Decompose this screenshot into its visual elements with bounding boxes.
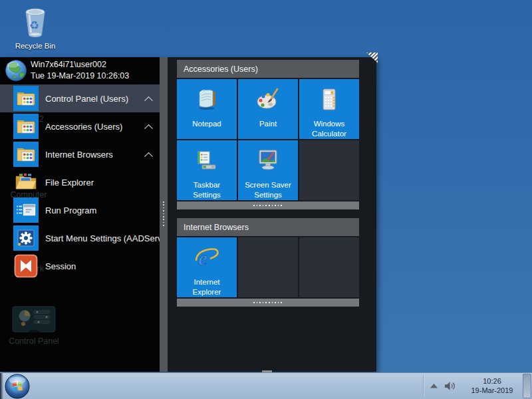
volume-icon[interactable] — [444, 381, 457, 391]
menu-item-run-program[interactable]: Run Program — [0, 196, 160, 224]
menu-item-label: Accessories (Users) — [45, 122, 146, 132]
recycle-bin-glyph: ♻ — [20, 4, 51, 41]
group-title: Accessories (Users) — [177, 60, 359, 78]
tile-label: Paint — [240, 119, 296, 129]
menu-item-start-menu-settings[interactable]: Start Menu Settings (AADServer) — [0, 224, 160, 252]
taskbar-settings-icon — [194, 148, 220, 177]
logged-in-user: Win7x64i71\user002 — [31, 60, 106, 69]
taskbar: 10:26 19-Mar-2019 — [0, 372, 532, 399]
tile-paint[interactable]: Paint — [238, 79, 298, 139]
group-title: Internet Browsers — [177, 218, 359, 236]
tile-panel: Accessories (Users) Notepad — [168, 57, 376, 372]
tile-empty-slot — [299, 237, 359, 297]
folder-apps-icon — [13, 86, 39, 111]
menu-item-label: Internet Browsers — [45, 150, 146, 160]
file-explorer-icon — [13, 170, 39, 195]
start-menu-panel: user002 Computer Network — [0, 57, 376, 372]
menu-item-file-explorer[interactable]: File Explorer — [0, 168, 160, 196]
menu-item-internet-browsers[interactable]: Internet Browsers — [0, 140, 160, 168]
desktop: ♻ Recycle Bin user002 Computer Network — [0, 0, 532, 399]
taskbar-left-shadow — [0, 373, 3, 399]
tile-windows-calculator[interactable]: Windows Calculator — [299, 79, 359, 139]
menu-item-session[interactable]: Session — [0, 252, 160, 280]
group-expand-handle[interactable] — [177, 299, 359, 307]
svg-text:♻: ♻ — [29, 19, 39, 32]
menu-item-label: Control Panel (Users) — [45, 94, 146, 104]
ghost-control-panel-label: Control Panel — [9, 336, 59, 346]
chevron-up-icon[interactable] — [144, 124, 153, 132]
paint-icon — [255, 86, 281, 116]
folder-apps-icon — [13, 142, 39, 167]
menu-item-label: File Explorer — [45, 178, 152, 188]
clock-date: 19-Mar-2019 — [464, 386, 521, 396]
tile-label: Internet Explorer — [179, 277, 235, 297]
tile-label: Screen Saver Settings — [240, 180, 296, 200]
tile-notepad[interactable]: Notepad — [177, 79, 237, 139]
start-menu-left: user002 Computer Network — [0, 57, 160, 372]
menu-item-accessories-users[interactable]: Accessories (Users) — [0, 112, 160, 140]
run-program-icon — [13, 198, 39, 223]
tile-internet-explorer[interactable]: e Internet Explorer — [177, 237, 237, 297]
taskbar-clock[interactable]: 10:26 19-Mar-2019 — [464, 377, 521, 395]
group-expand-handle[interactable] — [177, 201, 359, 209]
tile-empty-slot — [238, 237, 298, 297]
tile-label: Taskbar Settings — [179, 180, 235, 200]
menu-item-label: Session — [45, 261, 152, 271]
tile-label: Windows Calculator — [301, 119, 357, 139]
tile-grid: Notepad — [177, 79, 359, 200]
folder-apps-icon — [13, 114, 39, 139]
tile-grid: e Internet Explorer — [177, 237, 359, 297]
recycle-bin-label: Recycle Bin — [15, 42, 56, 50]
clock-time: 10:26 — [464, 377, 521, 386]
splitter-dots — [163, 201, 164, 228]
tray-separator — [423, 375, 424, 398]
internet-explorer-icon: e — [194, 245, 220, 274]
show-desktop-button[interactable] — [523, 374, 531, 398]
settings-gear-icon — [13, 225, 39, 251]
notepad-icon — [194, 86, 220, 116]
screen-saver-icon — [255, 148, 281, 177]
start-button[interactable] — [5, 374, 30, 399]
chevron-up-icon[interactable] — [144, 152, 153, 160]
tile-screen-saver-settings[interactable]: Screen Saver Settings — [238, 140, 298, 200]
tile-group-accessories: Accessories (Users) Notepad — [177, 60, 359, 209]
tile-label: Notepad — [179, 119, 235, 129]
chevron-up-icon[interactable] — [144, 96, 153, 104]
start-menu-header: Win7x64i71\user002 Tue 19-Mar-2019 10:26… — [0, 57, 160, 84]
menu-splitter-handle[interactable] — [160, 57, 168, 372]
tile-empty-slot — [299, 140, 359, 200]
menu-item-label: Run Program — [45, 205, 152, 215]
tile-taskbar-settings[interactable]: Taskbar Settings — [177, 140, 237, 200]
handle-dots — [253, 302, 283, 303]
menu-datetime: Tue 19-Mar-2019 10:26:03 — [31, 71, 129, 80]
handle-dots — [253, 205, 283, 206]
show-hidden-icons-button[interactable] — [430, 384, 438, 388]
system-tray: 10:26 19-Mar-2019 — [423, 373, 521, 399]
calculator-icon — [316, 86, 342, 116]
ghost-control-panel-icon: Control Panel — [5, 306, 63, 346]
start-menu-items: Control Panel (Users) — [0, 84, 160, 280]
recycle-bin-icon[interactable]: ♻ Recycle Bin — [7, 4, 64, 50]
session-icon — [13, 253, 39, 279]
tile-group-internet-browsers: Internet Browsers e Internet Explorer — [177, 218, 359, 307]
menu-item-label: Start Menu Settings (AADServer) — [45, 233, 160, 243]
menu-item-control-panel-users[interactable]: Control Panel (Users) — [0, 84, 160, 112]
